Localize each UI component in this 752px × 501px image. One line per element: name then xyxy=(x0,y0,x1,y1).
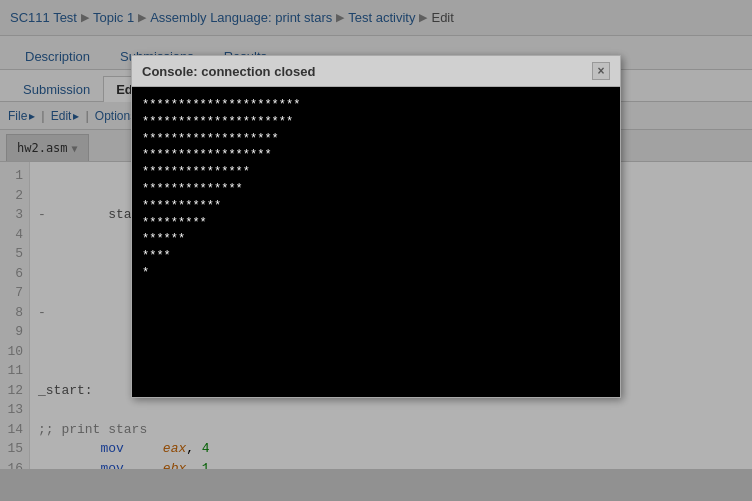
console-line-3: ******************* xyxy=(142,131,610,148)
console-line-2: ********************* xyxy=(142,114,610,131)
console-line-9: ****** xyxy=(142,231,610,248)
modal-header: Console: connection closed × xyxy=(132,56,620,87)
console-line-5: *************** xyxy=(142,164,610,181)
modal-overlay: Console: connection closed × ***********… xyxy=(0,0,752,501)
console-line-4: ****************** xyxy=(142,147,610,164)
console-line-7: *********** xyxy=(142,198,610,215)
modal-close-button[interactable]: × xyxy=(592,62,610,80)
console-modal: Console: connection closed × ***********… xyxy=(131,55,621,398)
console-line-8: ********* xyxy=(142,215,610,232)
console-line-1: ********************** xyxy=(142,97,610,114)
console-line-6: ************** xyxy=(142,181,610,198)
console-line-11: * xyxy=(142,265,610,282)
modal-body: ********************** *****************… xyxy=(132,87,620,397)
console-line-10: **** xyxy=(142,248,610,265)
modal-title: Console: connection closed xyxy=(142,64,315,79)
